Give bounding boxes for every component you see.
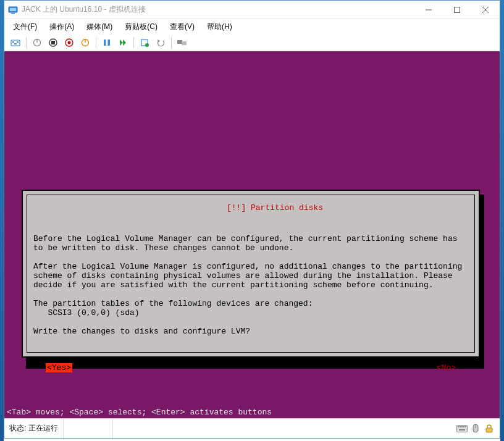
- shutdown-button[interactable]: [62, 36, 77, 49]
- menu-action[interactable]: 操作(A): [44, 20, 79, 34]
- dialog-question: Write the changes to disks and configure…: [33, 327, 250, 336]
- svg-marker-22: [123, 40, 126, 46]
- toolbar-separator: [171, 37, 172, 48]
- window-controls: [414, 1, 500, 19]
- toolbar-separator: [26, 37, 27, 48]
- reset-button[interactable]: [116, 36, 130, 49]
- dialog-para1: Before the Logical Volume Manager can be…: [33, 234, 462, 253]
- menu-media[interactable]: 媒体(M): [82, 20, 117, 34]
- svg-rect-33: [465, 426, 466, 427]
- hyperv-window: JACK 上的 Ubuntu16.10 - 虚拟机连接 文件(F) 操作(A) …: [4, 0, 500, 439]
- status-cell: 状态: 正在运行: [4, 419, 64, 438]
- svg-rect-29: [458, 426, 459, 427]
- svg-marker-21: [120, 40, 123, 46]
- dialog-device: SCSI3 (0,0,0) (sda): [33, 308, 140, 317]
- menu-view[interactable]: 查看(V): [165, 20, 200, 34]
- enhanced-session-button[interactable]: [175, 36, 190, 49]
- start-button[interactable]: [30, 36, 44, 49]
- svg-rect-14: [51, 41, 55, 44]
- mouse-icon: [470, 424, 481, 434]
- ctrl-alt-del-button[interactable]: [8, 36, 23, 49]
- svg-rect-20: [108, 40, 111, 46]
- keyboard-icon: [456, 424, 468, 434]
- minimize-button[interactable]: [414, 1, 443, 19]
- checkpoint-button[interactable]: [137, 36, 152, 49]
- dialog-buttons: <Yes> <No>: [33, 363, 468, 372]
- dialog-para2: After the Logical Volume Manager is conf…: [33, 262, 467, 290]
- titlebar: JACK 上的 Ubuntu16.10 - 虚拟机连接: [4, 1, 500, 19]
- svg-rect-26: [177, 40, 182, 44]
- turnoff-button[interactable]: [46, 36, 61, 49]
- toolbar-separator: [96, 37, 96, 48]
- svg-point-24: [145, 43, 149, 47]
- svg-rect-37: [486, 428, 492, 432]
- yes-button[interactable]: <Yes>: [46, 363, 72, 372]
- menu-clipboard[interactable]: 剪贴板(C): [120, 20, 162, 34]
- svg-rect-7: [11, 40, 20, 46]
- svg-rect-10: [14, 43, 17, 44]
- dialog-inner: [!!] Partition disks Before the Logical …: [27, 195, 475, 353]
- svg-rect-1: [10, 8, 16, 11]
- save-button[interactable]: [78, 36, 93, 49]
- dialog-title-wrap: [!!] Partition disks: [27, 194, 474, 222]
- svg-rect-32: [463, 426, 464, 427]
- status-label: 状态:: [9, 423, 26, 434]
- maximize-button[interactable]: [443, 1, 471, 19]
- status-cell-empty: [64, 419, 113, 438]
- svg-rect-4: [455, 7, 460, 12]
- svg-rect-31: [461, 426, 463, 427]
- no-button[interactable]: <No>: [437, 363, 456, 372]
- dialog-title: [!!] Partition disks: [223, 203, 327, 212]
- dialog-para3: The partition tables of the following de…: [33, 299, 313, 308]
- vm-display[interactable]: [!!] Partition disks Before the Logical …: [4, 51, 500, 418]
- pause-button[interactable]: [99, 36, 114, 49]
- status-value: 正在运行: [28, 423, 58, 434]
- partition-dialog: [!!] Partition disks Before the Logical …: [22, 190, 480, 358]
- vm-help-footer: <Tab> moves; <Space> selects; <Enter> ac…: [4, 406, 500, 418]
- svg-rect-27: [182, 41, 187, 45]
- desktop-edge-right: [500, 0, 504, 441]
- menu-help[interactable]: 帮助(H): [202, 20, 237, 34]
- menu-file[interactable]: 文件(F): [8, 20, 42, 34]
- toolbar-separator: [133, 37, 134, 48]
- svg-rect-2: [11, 13, 15, 14]
- svg-rect-19: [104, 40, 106, 46]
- dialog-body: Before the Logical Volume Manager can be…: [33, 234, 468, 336]
- app-icon: [8, 5, 18, 15]
- svg-point-16: [68, 41, 71, 44]
- status-icons: [456, 424, 500, 434]
- close-button[interactable]: [471, 1, 500, 19]
- lock-icon: [484, 424, 495, 434]
- toolbar: [4, 34, 500, 51]
- svg-rect-34: [459, 429, 465, 430]
- revert-button[interactable]: [153, 36, 168, 49]
- statusbar: 状态: 正在运行: [4, 418, 500, 438]
- menubar: 文件(F) 操作(A) 媒体(M) 剪贴板(C) 查看(V) 帮助(H): [4, 19, 500, 34]
- svg-rect-9: [17, 41, 19, 43]
- svg-rect-8: [12, 41, 14, 43]
- window-title: JACK 上的 Ubuntu16.10 - 虚拟机连接: [22, 4, 414, 15]
- svg-rect-30: [460, 426, 461, 427]
